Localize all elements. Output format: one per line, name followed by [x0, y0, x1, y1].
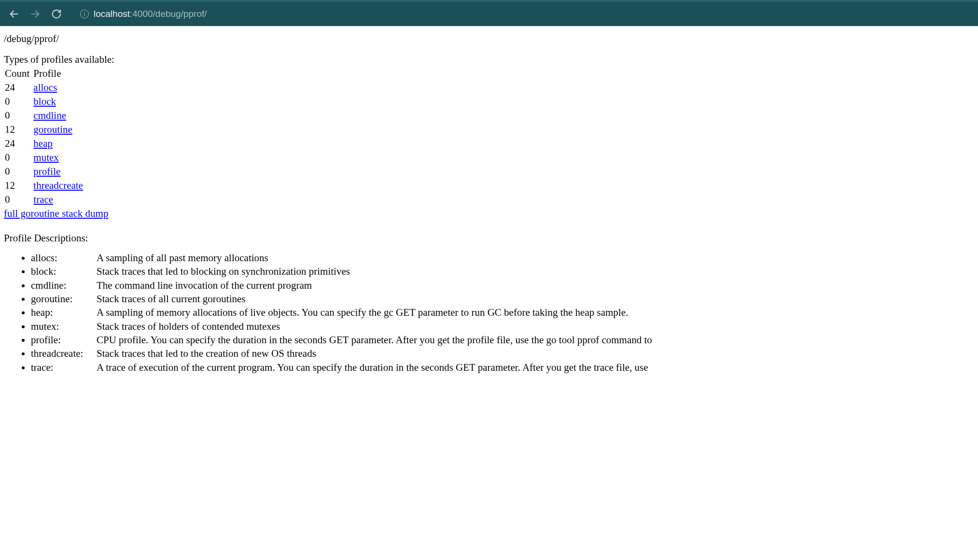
url-path: :4000/debug/pprof/ [130, 9, 207, 19]
description-name: profile: [31, 333, 97, 347]
url-host: localhost [94, 9, 130, 19]
description-text: A trace of execution of the current prog… [97, 362, 648, 373]
profile-count: 12 [4, 179, 32, 193]
description-text: CPU profile. You can specify the duratio… [97, 334, 652, 346]
profile-count: 24 [4, 81, 32, 95]
reload-button[interactable] [49, 7, 64, 21]
description-text: Stack traces that led to blocking on syn… [97, 266, 350, 277]
profile-link-threadcreate[interactable]: threadcreate [33, 180, 83, 191]
profile-link-goroutine[interactable]: goroutine [33, 124, 72, 135]
description-text: The command line invocation of the curre… [97, 280, 312, 291]
description-name: trace: [31, 361, 97, 374]
profile-count: 0 [4, 165, 32, 179]
header-count: Count [4, 67, 32, 81]
profile-name-cell: trace [32, 193, 86, 207]
table-row: 24allocs [4, 81, 86, 95]
profile-name-cell: goroutine [32, 123, 86, 137]
list-item: allocs:A sampling of all past memory all… [31, 251, 974, 265]
profile-link-block[interactable]: block [33, 96, 56, 107]
profile-count: 0 [4, 151, 32, 165]
description-text: Stack traces that led to the creation of… [97, 348, 316, 359]
profiles-available-title: Types of profiles available: [4, 54, 974, 66]
profile-name-cell: allocs [32, 81, 86, 95]
profile-link-cmdline[interactable]: cmdline [33, 110, 66, 121]
full-goroutine-dump: full goroutine stack dump [4, 208, 974, 220]
profile-link-allocs[interactable]: allocs [33, 82, 57, 93]
page-path-heading: /debug/pprof/ [4, 33, 974, 45]
forward-button[interactable] [28, 7, 42, 21]
profile-name-cell: block [32, 95, 86, 109]
url-text: localhost:4000/debug/pprof/ [94, 9, 207, 19]
page-content: /debug/pprof/ Types of profiles availabl… [0, 26, 978, 384]
profile-descriptions-title: Profile Descriptions: [4, 232, 974, 244]
list-item: threadcreate:Stack traces that led to th… [31, 347, 974, 360]
table-row: 0cmdline [4, 109, 86, 123]
profile-count: 0 [4, 95, 32, 109]
descriptions-list: allocs:A sampling of all past memory all… [31, 251, 974, 374]
profiles-table: Count Profile 24allocs0block0cmdline12go… [4, 67, 86, 207]
info-icon[interactable]: i [80, 10, 89, 18]
arrow-left-icon [9, 9, 19, 19]
profile-link-trace[interactable]: trace [33, 194, 53, 205]
url-bar[interactable]: i localhost:4000/debug/pprof/ [73, 5, 971, 23]
list-item: mutex:Stack traces of holders of contend… [31, 320, 974, 333]
list-item: cmdline:The command line invocation of t… [31, 279, 974, 292]
description-text: Stack traces of all current goroutines [97, 293, 245, 305]
description-name: threadcreate: [31, 347, 97, 360]
description-name: block: [31, 265, 97, 278]
profile-link-heap[interactable]: heap [33, 138, 53, 149]
table-row: 0profile [4, 165, 86, 179]
list-item: goroutine:Stack traces of all current go… [31, 292, 974, 306]
table-row: 12threadcreate [4, 179, 86, 193]
list-item: heap:A sampling of memory allocations of… [31, 306, 974, 319]
header-profile: Profile [32, 67, 86, 81]
table-row: 24heap [4, 137, 86, 151]
profile-count: 24 [4, 137, 32, 151]
description-text: A sampling of all past memory allocation… [97, 252, 268, 264]
arrow-right-icon [30, 9, 41, 19]
description-name: allocs: [31, 251, 97, 265]
table-row: 12goroutine [4, 123, 86, 137]
description-name: heap: [31, 306, 97, 319]
table-row: 0block [4, 95, 86, 109]
list-item: block:Stack traces that led to blocking … [31, 265, 974, 278]
table-row: 0mutex [4, 151, 86, 165]
list-item: profile:CPU profile. You can specify the… [31, 333, 974, 347]
profile-name-cell: threadcreate [32, 179, 86, 193]
table-row: 0trace [4, 193, 86, 207]
profile-name-cell: heap [32, 137, 86, 151]
reload-icon [51, 9, 62, 19]
table-header-row: Count Profile [4, 67, 86, 81]
description-name: cmdline: [31, 279, 97, 292]
full-goroutine-dump-link[interactable]: full goroutine stack dump [4, 208, 108, 219]
profile-name-cell: cmdline [32, 109, 86, 123]
description-name: mutex: [31, 320, 97, 333]
profile-name-cell: profile [32, 165, 86, 179]
profile-count: 0 [4, 193, 32, 207]
description-name: goroutine: [31, 292, 97, 306]
profile-link-profile[interactable]: profile [33, 166, 60, 177]
browser-toolbar: i localhost:4000/debug/pprof/ [0, 0, 978, 26]
profile-count: 0 [4, 109, 32, 123]
profile-name-cell: mutex [32, 151, 86, 165]
profile-link-mutex[interactable]: mutex [33, 152, 59, 163]
description-text: A sampling of memory allocations of live… [97, 307, 628, 318]
description-text: Stack traces of holders of contended mut… [97, 321, 280, 332]
list-item: trace:A trace of execution of the curren… [31, 361, 974, 374]
back-button[interactable] [7, 7, 21, 21]
profile-count: 12 [4, 123, 32, 137]
